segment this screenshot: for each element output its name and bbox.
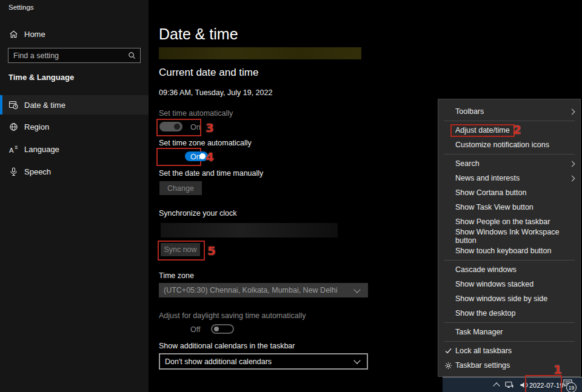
menu-item-label: Show Cortana button bbox=[455, 188, 526, 197]
home-icon bbox=[8, 30, 18, 39]
menu-item-show-windows-stacked[interactable]: Show windows stacked bbox=[438, 277, 580, 291]
set-tz-auto-state: On bbox=[190, 153, 201, 161]
notification-count-badge: 19 bbox=[566, 382, 577, 392]
current-datetime-value: 09:36 AM, Tuesday, July 19, 2022 bbox=[159, 88, 272, 97]
search-input[interactable]: Find a setting bbox=[8, 48, 141, 63]
sidebar-section-title: Time & Language bbox=[8, 73, 74, 82]
menu-separator bbox=[444, 322, 575, 323]
redacted-region bbox=[161, 223, 338, 238]
taskbar-context-menu: Toolbars Adjust date/time 2 Customize no… bbox=[438, 99, 581, 377]
chevron-right-icon bbox=[569, 108, 575, 115]
menu-item-label: Lock all taskbars bbox=[455, 347, 512, 355]
menu-item-label: Show touch keyboard button bbox=[455, 247, 551, 255]
menu-item-label: Show People on the taskbar bbox=[455, 218, 550, 226]
action-center-icon[interactable]: 19 bbox=[563, 379, 573, 390]
annotation-digit-3: 3 bbox=[206, 121, 214, 135]
search-icon[interactable] bbox=[128, 51, 136, 59]
menu-item-lock-all-taskbars[interactable]: Lock all taskbars bbox=[438, 344, 580, 358]
menu-item-adjust-date-time[interactable]: Adjust date/time 2 bbox=[438, 123, 580, 138]
sidebar-item-region[interactable]: Region bbox=[0, 117, 149, 136]
menu-item-toolbars[interactable]: Toolbars bbox=[438, 104, 580, 119]
dst-state: Off bbox=[190, 325, 200, 334]
sidebar-item-label: Speech bbox=[24, 167, 51, 176]
svg-text:A: A bbox=[9, 146, 14, 153]
settings-sidebar: Settings Home Find a setting Time & Lang… bbox=[0, 0, 149, 392]
menu-item-label: Show windows side by side bbox=[455, 294, 547, 303]
timezone-dropdown[interactable]: (UTC+05:30) Chennai, Kolkata, Mumbai, Ne… bbox=[159, 283, 368, 297]
calendars-dropdown[interactable]: Don't show additional calendars bbox=[159, 353, 368, 370]
sync-label: Synchronize your clock bbox=[159, 209, 237, 218]
language-icon: A bbox=[8, 145, 18, 154]
menu-item-search[interactable]: Search bbox=[438, 156, 580, 171]
menu-item-show-windows-side-by-side[interactable]: Show windows side by side bbox=[438, 291, 580, 306]
set-time-auto-state: On bbox=[190, 123, 201, 131]
annotation-box-2: Adjust date/time bbox=[450, 124, 515, 137]
show-hidden-icons-button[interactable] bbox=[494, 382, 499, 388]
menu-separator bbox=[444, 260, 575, 261]
timezone-value: (UTC+05:30) Chennai, Kolkata, Mumbai, Ne… bbox=[164, 286, 355, 294]
dst-label: Adjust for daylight saving time automati… bbox=[159, 311, 306, 320]
timezone-label: Time zone bbox=[159, 271, 194, 280]
chevron-down-icon bbox=[353, 286, 360, 293]
menu-item-show-windows-ink-workspace-button[interactable]: Show Windows Ink Workspace button bbox=[438, 229, 580, 244]
search-placeholder: Find a setting bbox=[13, 51, 128, 60]
menu-item-label: Taskbar settings bbox=[455, 361, 510, 370]
annotation-digit-1: 1 bbox=[554, 362, 562, 377]
menu-item-show-touch-keyboard-button[interactable]: Show touch keyboard button bbox=[438, 244, 580, 258]
menu-item-label: Show Windows Ink Workspace button bbox=[455, 228, 580, 245]
menu-item-label: Customize notification icons bbox=[455, 141, 549, 149]
sidebar-item-language[interactable]: A Language bbox=[0, 139, 149, 159]
screen: Settings Home Find a setting Time & Lang… bbox=[0, 0, 582, 392]
menu-item-show-cortana-button[interactable]: Show Cortana button bbox=[438, 185, 580, 200]
calendars-label: Show additional calendars in the taskbar bbox=[159, 342, 295, 350]
set-time-auto-label: Set time automatically bbox=[159, 109, 233, 118]
calendar-clock-icon bbox=[8, 100, 18, 110]
section-current-date-time: Current date and time bbox=[159, 67, 258, 79]
menu-item-show-the-desktop[interactable]: Show the desktop bbox=[438, 306, 580, 321]
annotation-digit-2: 2 bbox=[513, 122, 521, 137]
check-icon bbox=[444, 348, 453, 354]
globe-icon bbox=[8, 122, 18, 131]
chevron-right-icon bbox=[569, 161, 575, 167]
menu-separator bbox=[444, 121, 575, 121]
sidebar-item-label: Home bbox=[24, 30, 45, 39]
microphone-icon bbox=[8, 167, 18, 176]
window-title: Settings bbox=[8, 4, 34, 11]
chevron-down-icon bbox=[353, 357, 360, 364]
network-icon[interactable] bbox=[505, 381, 515, 389]
chevron-up-icon bbox=[493, 382, 500, 389]
menu-item-label: Cascade windows bbox=[455, 265, 517, 274]
calendars-value: Don't show additional calendars bbox=[165, 357, 355, 366]
redacted-region bbox=[159, 47, 361, 59]
change-button[interactable]: Change bbox=[159, 181, 202, 195]
menu-item-label: News and interests bbox=[455, 174, 520, 182]
chevron-right-icon bbox=[569, 175, 575, 181]
sidebar-item-home[interactable]: Home bbox=[0, 25, 149, 42]
menu-item-label: Show windows stacked bbox=[455, 280, 534, 288]
menu-item-show-people-on-taskbar[interactable]: Show People on the taskbar bbox=[438, 214, 580, 229]
sidebar-item-label: Region bbox=[24, 122, 49, 131]
annotation-digit-5: 5 bbox=[207, 244, 216, 258]
menu-item-label: Show Task View button bbox=[455, 203, 534, 211]
menu-item-label: Toolbars bbox=[455, 107, 484, 116]
annotation-digit-4: 4 bbox=[206, 150, 214, 164]
sidebar-item-date-time[interactable]: Date & time bbox=[0, 95, 149, 115]
sidebar-item-speech[interactable]: Speech bbox=[0, 162, 149, 181]
set-time-auto-toggle[interactable] bbox=[159, 122, 182, 131]
menu-item-show-task-view-button[interactable]: Show Task View button bbox=[438, 200, 580, 214]
set-tz-auto-label: Set time zone automatically bbox=[159, 139, 252, 147]
sync-now-button[interactable]: Sync now bbox=[161, 243, 200, 256]
menu-item-cascade-windows[interactable]: Cascade windows bbox=[438, 262, 580, 277]
menu-item-label: Show the desktop bbox=[455, 309, 515, 317]
annotation-box-1 bbox=[525, 375, 562, 392]
dst-toggle[interactable] bbox=[211, 324, 234, 334]
menu-separator bbox=[444, 154, 575, 154]
menu-item-task-manager[interactable]: Task Manager bbox=[438, 325, 580, 339]
page-title: Date & time bbox=[159, 25, 238, 43]
menu-item-news-and-interests[interactable]: News and interests bbox=[438, 171, 580, 185]
menu-item-label: Task Manager bbox=[455, 328, 503, 336]
gear-icon bbox=[444, 362, 453, 370]
menu-item-customize-notification-icons[interactable]: Customize notification icons bbox=[438, 138, 580, 152]
menu-item-label: Search bbox=[455, 159, 480, 168]
menu-item-label: Adjust date/time bbox=[455, 126, 510, 135]
